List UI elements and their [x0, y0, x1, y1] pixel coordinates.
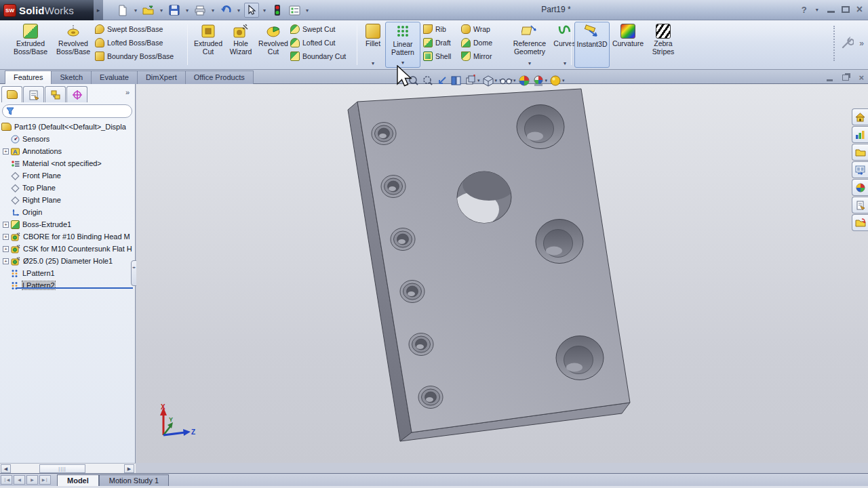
previous-view-button[interactable] — [435, 74, 449, 87]
instant3d-button[interactable]: Instant3D — [574, 22, 610, 68]
fillet-button[interactable]: Fillet ▾ — [361, 22, 385, 68]
boundary-boss-base-button[interactable]: Boundary Boss/Base — [95, 50, 182, 62]
undo-button[interactable] — [218, 3, 233, 18]
new-document-button[interactable] — [115, 3, 130, 18]
view-settings-dropdown[interactable]: ▾ — [562, 78, 565, 83]
print-dropdown[interactable]: ▾ — [210, 7, 216, 14]
open-button[interactable] — [141, 3, 156, 18]
tree-item-lpattern1[interactable]: LPattern1 — [0, 267, 136, 279]
tree-item-sensors[interactable]: Sensors — [0, 133, 136, 145]
tab-nav-last-button[interactable]: ▶❘ — [39, 475, 51, 485]
panel-tabs-overflow[interactable]: » — [125, 88, 130, 96]
part-model[interactable] — [136, 84, 868, 463]
tree-item-diameter-hole[interactable]: + Ø25.0 (25) Diameter Hole1 — [0, 255, 136, 267]
propertymanager-tab[interactable] — [23, 86, 44, 102]
tree-item-boss-extrude1[interactable]: + Boss-Extrude1 — [0, 218, 136, 230]
dimxpertmanager-tab[interactable] — [66, 86, 87, 102]
apply-scene-dropdown[interactable]: ▾ — [545, 78, 548, 83]
revolved-boss-base-button[interactable]: Revolved Boss/Base — [52, 22, 95, 68]
zebra-stripes-button[interactable]: Zebra Stripes — [646, 22, 680, 68]
options-dropdown[interactable]: ▾ — [304, 7, 311, 14]
help-button[interactable]: ? — [802, 5, 807, 15]
close-button[interactable]: × — [856, 3, 863, 16]
tree-item-annotations[interactable]: + A Annotations — [0, 145, 136, 157]
tab-sketch[interactable]: Sketch — [51, 70, 92, 84]
tree-item-top-plane[interactable]: Top Plane — [0, 182, 136, 194]
zoom-to-area-button[interactable] — [421, 74, 435, 87]
menu-overflow-arrow[interactable]: ▸ — [94, 0, 103, 20]
help-dropdown[interactable]: ▾ — [814, 7, 821, 13]
custom-properties-tab[interactable] — [852, 197, 868, 214]
rollback-bar[interactable] — [16, 287, 133, 289]
tree-root[interactable]: Part19 (Default<<Default>_Displa — [0, 121, 136, 133]
scroll-left-button[interactable]: ◀ — [1, 464, 11, 473]
curvature-button[interactable]: Curvature — [610, 22, 646, 68]
undo-dropdown[interactable]: ▾ — [235, 7, 242, 14]
scroll-right-button[interactable]: ▶ — [124, 464, 134, 473]
tab-office-products[interactable]: Office Products — [185, 70, 254, 84]
rebuild-button[interactable] — [270, 3, 285, 18]
swept-boss-base-button[interactable]: Swept Boss/Base — [95, 23, 182, 35]
save-button[interactable] — [167, 3, 182, 18]
rib-button[interactable]: Rib — [423, 23, 461, 35]
wrap-button[interactable]: Wrap — [461, 23, 509, 35]
tree-filter-box[interactable] — [2, 104, 132, 118]
linear-pattern-button[interactable]: Linear Pattern ▾ — [385, 22, 420, 68]
tab-evaluate[interactable]: Evaluate — [91, 70, 138, 84]
view-orientation-button[interactable]: ▾ — [464, 74, 481, 87]
solidworks-resources-tab[interactable] — [852, 108, 868, 125]
design-library-tab[interactable] — [852, 126, 868, 143]
open-dropdown[interactable]: ▾ — [158, 7, 165, 14]
draft-button[interactable]: Draft — [423, 37, 461, 48]
reference-geometry-button[interactable]: Reference Geometry ▾ — [509, 22, 551, 68]
tree-item-right-plane[interactable]: Right Plane — [0, 194, 136, 206]
print-button[interactable] — [193, 3, 208, 18]
apply-scene-button[interactable]: ▾ — [532, 74, 549, 87]
tab-nav-next-button[interactable]: ▶ — [26, 475, 38, 485]
model-tab[interactable]: Model — [57, 474, 99, 486]
select-dropdown[interactable]: ▾ — [261, 7, 268, 14]
options-button[interactable] — [287, 3, 302, 18]
expand-icon[interactable]: + — [3, 234, 9, 240]
tree-item-csk-hole[interactable]: + CSK for M10 Countersunk Flat H — [0, 243, 136, 255]
lofted-cut-button[interactable]: Lofted Cut — [290, 37, 355, 48]
featuremanager-tree-tab[interactable] — [1, 86, 22, 102]
mirror-button[interactable]: Mirror — [461, 50, 509, 62]
edit-appearance-button[interactable] — [517, 74, 531, 87]
motion-study-tab[interactable]: Motion Study 1 — [99, 474, 169, 486]
file-explorer-tab[interactable] — [852, 144, 868, 161]
reference-geometry-dropdown[interactable]: ▾ — [509, 60, 551, 68]
customize-wrench-icon[interactable] — [840, 37, 854, 50]
hide-show-items-button[interactable]: ▾ — [498, 74, 517, 87]
hide-show-dropdown[interactable]: ▾ — [513, 78, 516, 83]
extruded-cut-button[interactable]: Extruded Cut — [191, 22, 225, 68]
display-style-dropdown[interactable]: ▾ — [495, 78, 498, 83]
tab-nav-prev-button[interactable]: ◀ — [14, 475, 25, 485]
tree-item-cbore-hole[interactable]: + CBORE for #10 Binding Head M — [0, 230, 136, 243]
extruded-boss-base-button[interactable]: Extruded Boss/Base — [9, 22, 52, 68]
swept-cut-button[interactable]: Swept Cut — [290, 23, 355, 35]
revolved-cut-button[interactable]: Revolved Cut — [256, 22, 290, 68]
doc-restore-button[interactable] — [842, 75, 849, 81]
expand-icon[interactable]: + — [3, 246, 9, 252]
maximize-button[interactable] — [842, 6, 850, 13]
view-orientation-dropdown[interactable]: ▾ — [477, 78, 480, 83]
tree-item-material[interactable]: Material <not specified> — [0, 157, 136, 169]
scroll-thumb[interactable]: |||| — [39, 464, 85, 473]
tree-item-lpattern2[interactable]: LPattern2 — [0, 279, 136, 291]
new-dropdown[interactable]: ▾ — [132, 7, 139, 14]
select-tool-button[interactable] — [244, 3, 259, 18]
view-palette-tab[interactable] — [852, 161, 868, 178]
tree-item-front-plane[interactable]: Front Plane — [0, 169, 136, 182]
minimize-button[interactable] — [827, 11, 835, 13]
document-recovery-tab[interactable] — [852, 214, 868, 231]
shell-button[interactable]: Shell — [423, 50, 461, 62]
hole-wizard-button[interactable]: Hole Wizard — [225, 22, 256, 68]
doc-close-button[interactable]: × — [859, 73, 864, 83]
graphics-viewport[interactable]: X Y Z ▾ ▾ ▾ ▾ ▾ — [136, 84, 868, 463]
expand-icon[interactable]: + — [3, 148, 9, 155]
boundary-cut-button[interactable]: Boundary Cut — [290, 50, 355, 62]
fillet-dropdown[interactable]: ▾ — [361, 60, 385, 68]
appearances-scenes-tab[interactable] — [852, 179, 868, 196]
configurationmanager-tab[interactable] — [45, 86, 66, 102]
